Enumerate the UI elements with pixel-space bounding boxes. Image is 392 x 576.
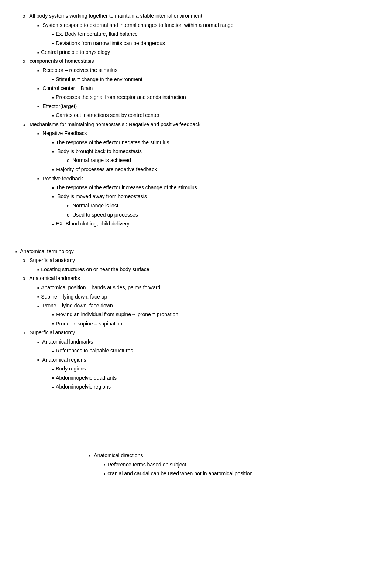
list-item: The response of the effector increases c…: [52, 183, 377, 192]
sub-list: Receptor – receives the stimulus Stimulu…: [23, 66, 377, 119]
sub-list: Stimulus = change in the environment: [37, 75, 377, 83]
list-item: Effector(target) Carries out instruction…: [37, 102, 377, 120]
list-item: Anatomical landmarks Anatomical position…: [23, 274, 377, 328]
large-spacer: [15, 392, 377, 421]
list-item: Anatomical terminology Superficial anato…: [15, 247, 377, 391]
item-text: Locating structures on or near the body …: [41, 266, 149, 272]
item-text: Mechanisms for maintaining homeostasis :…: [30, 121, 200, 127]
item-text: components of homeostasis: [30, 58, 94, 64]
sub-list: Moving an individual from supine→ prone …: [37, 310, 377, 328]
list-item: Receptor – receives the stimulus Stimulu…: [37, 66, 377, 83]
list-item: Supine – lying down, face up: [37, 293, 377, 301]
list-item: Superficial anatomy Locating structures …: [23, 256, 377, 273]
item-text: Systems respond to external and internal…: [42, 22, 234, 28]
list-item: Stimulus = change in the environment: [52, 75, 377, 83]
list-item: Deviations from narrow limits can be dan…: [52, 39, 377, 47]
list-item: Body is moved away from homeostasis Norm…: [52, 192, 377, 219]
list-item: Used to speed up processes: [67, 211, 377, 219]
item-text: Moving an individual from supine→ prone …: [56, 311, 178, 317]
item-text: Control center – Brain: [42, 85, 93, 91]
sub-list: Normal range is lost Used to speed up pr…: [52, 201, 377, 219]
sub-list: References to palpable structures: [37, 346, 377, 355]
sub-list: The response of the effector increases c…: [37, 183, 377, 228]
item-text: cranial and caudal can be used when not …: [107, 470, 252, 476]
list-item: Reference terms based on subject: [104, 461, 377, 469]
item-text: Used to speed up processes: [72, 212, 138, 218]
sub-list: Negative Feedback The response of the ef…: [23, 129, 377, 228]
list-item: Majority of processes are negative feedb…: [52, 165, 377, 173]
list-item: Anatomical landmarks References to palpa…: [37, 338, 377, 355]
spacer: [15, 229, 377, 238]
list-item: components of homeostasis Receptor – rec…: [23, 57, 377, 119]
item-text: Deviations from narrow limits can be dan…: [56, 40, 165, 46]
item-text: Positive feedback: [42, 176, 83, 182]
spacer: [15, 238, 377, 246]
item-text: Abdominopelvic regions: [56, 384, 111, 390]
item-text: Normal range is achieved: [72, 157, 131, 163]
item-text: Central principle to physiology: [41, 49, 110, 55]
item-text: Anatomical landmarks: [29, 275, 80, 281]
list-item: Mechanisms for maintaining homeostasis :…: [23, 120, 377, 228]
list-item: Anatomical directions Reference terms ba…: [89, 451, 377, 477]
sub-list: Processes the signal from receptor and s…: [37, 93, 377, 101]
list-item: Superficial anatomy Anatomical landmarks…: [23, 328, 377, 391]
sub-list: Body regions Abdominopelvic quadrants Ab…: [37, 365, 377, 391]
sub-list: Anatomical position – hands at sides, pa…: [23, 283, 377, 328]
list-item: Anatomical regions Body regions Abdomino…: [37, 356, 377, 391]
item-text: Normal range is lost: [72, 203, 118, 208]
list-item: Abdominopelvic regions: [52, 383, 377, 391]
item-text: The response of the effector negates the…: [56, 139, 169, 145]
list-item: Body is brought back to homeostasis Norm…: [52, 147, 377, 165]
sub-list: Anatomical landmarks References to palpa…: [23, 338, 377, 391]
list-item: Negative Feedback The response of the ef…: [37, 129, 377, 173]
item-text: Anatomical regions: [42, 357, 86, 363]
sub-list: Carries out instructions sent by control…: [37, 111, 377, 119]
list-item: References to palpable structures: [52, 346, 377, 355]
item-text: Majority of processes are negative feedb…: [56, 166, 157, 172]
sub-list: Locating structures on or near the body …: [23, 265, 377, 273]
item-text: Carries out instructions sent by control…: [56, 112, 159, 118]
item-text: References to palpable structures: [56, 348, 133, 353]
sub-list: Ex. Body temperature, fluid balance Devi…: [37, 30, 377, 47]
item-text: Stimulus = change in the environment: [56, 76, 142, 82]
list-item: All body systems working together to mai…: [23, 12, 377, 56]
list-item: Positive feedback The response of the ef…: [37, 175, 377, 228]
item-text: Ex. Body temperature, fluid balance: [56, 31, 138, 37]
item-text: Receptor – receives the stimulus: [42, 67, 117, 73]
sub-list: The response of the effector negates the…: [37, 138, 377, 174]
item-text: Anatomical landmarks: [42, 339, 93, 345]
item-text: Superficial anatomy: [30, 257, 75, 263]
item-text: The response of the effector increases c…: [56, 184, 197, 190]
list-item: cranial and caudal can be used when not …: [104, 469, 377, 477]
list-item: Locating structures on or near the body …: [37, 265, 377, 273]
list-item: Processes the signal from receptor and s…: [52, 93, 377, 101]
item-text: Reference terms based on subject: [107, 462, 186, 468]
directions-list: Anatomical directions Reference terms ba…: [74, 451, 377, 477]
list-item: Central principle to physiology: [37, 48, 377, 56]
sub-list: Reference terms based on subject cranial…: [89, 461, 377, 478]
sub-list: Normal range is achieved: [52, 156, 377, 165]
main-content: All body systems working together to mai…: [15, 12, 377, 477]
item-text: EX. Blood clotting, child delivery: [56, 221, 129, 227]
list-item: Abdominopelvic quadrants: [52, 374, 377, 382]
list-item: Control center – Brain Processes the sig…: [37, 84, 377, 101]
item-text: All body systems working together to mai…: [29, 13, 202, 19]
list-item: Prone – lying down, face down Moving an …: [37, 301, 377, 328]
list-item: Normal range is lost: [67, 201, 377, 210]
homeostasis-list: All body systems working together to mai…: [15, 12, 377, 228]
sub-list: Superficial anatomy Locating structures …: [15, 256, 377, 391]
list-item: Anatomical position – hands at sides, pa…: [37, 283, 377, 292]
item-text: Effector(target): [42, 103, 77, 109]
item-text: Anatomical directions: [94, 452, 143, 458]
anatomical-directions-section: Anatomical directions Reference terms ba…: [15, 451, 377, 477]
list-item: EX. Blood clotting, child delivery: [52, 220, 377, 228]
item-text: Abdominopelvic quadrants: [56, 375, 117, 381]
list-item: The response of the effector negates the…: [52, 138, 377, 146]
list-item: Ex. Body temperature, fluid balance: [52, 30, 377, 38]
list-item: Systems respond to external and internal…: [37, 21, 377, 47]
anatomical-list: Anatomical terminology Superficial anato…: [15, 247, 377, 391]
item-text: Body is brought back to homeostasis: [57, 148, 142, 154]
item-text: Superficial anatomy: [30, 330, 75, 335]
item-text: Body regions: [56, 366, 86, 372]
item-text: Processes the signal from receptor and s…: [56, 94, 186, 100]
